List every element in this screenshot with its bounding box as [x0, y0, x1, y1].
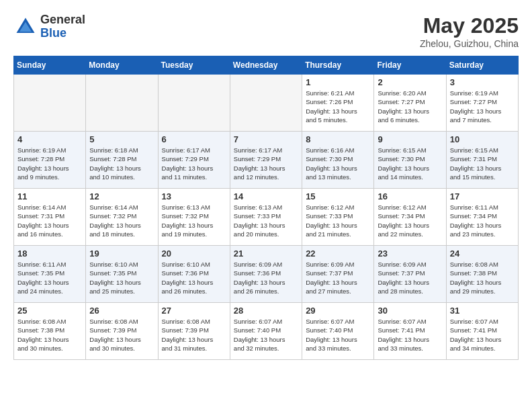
calendar-day-cell: 4Sunrise: 6:19 AM Sunset: 7:28 PM Daylig… — [14, 132, 86, 189]
day-number: 10 — [450, 134, 515, 144]
location: Zhelou, Guizhou, China — [420, 38, 519, 49]
day-number: 23 — [378, 248, 442, 259]
day-number: 25 — [17, 306, 82, 316]
day-info: Sunrise: 6:07 AM Sunset: 7:40 PM Dayligh… — [306, 317, 370, 353]
calendar-day-cell: 6Sunrise: 6:17 AM Sunset: 7:29 PM Daylig… — [158, 132, 230, 189]
day-number: 29 — [306, 306, 370, 316]
weekday-header: Wednesday — [230, 56, 302, 75]
day-number: 19 — [89, 248, 154, 259]
day-info: Sunrise: 6:14 AM Sunset: 7:31 PM Dayligh… — [17, 203, 82, 238]
page-header: General Blue May 2025 Zhelou, Guizhou, C… — [13, 13, 519, 49]
day-number: 6 — [162, 134, 226, 144]
day-number: 11 — [17, 191, 82, 201]
day-number: 1 — [306, 77, 370, 87]
calendar-week-row: 25Sunrise: 6:08 AM Sunset: 7:38 PM Dayli… — [14, 303, 519, 360]
calendar-day-cell: 27Sunrise: 6:08 AM Sunset: 7:39 PM Dayli… — [158, 303, 230, 360]
calendar-day-cell — [14, 75, 86, 132]
day-info: Sunrise: 6:08 AM Sunset: 7:38 PM Dayligh… — [450, 260, 515, 295]
calendar-day-cell: 9Sunrise: 6:15 AM Sunset: 7:30 PM Daylig… — [374, 132, 446, 189]
day-info: Sunrise: 6:08 AM Sunset: 7:38 PM Dayligh… — [17, 317, 82, 353]
day-info: Sunrise: 6:20 AM Sunset: 7:27 PM Dayligh… — [378, 89, 442, 124]
day-info: Sunrise: 6:08 AM Sunset: 7:39 PM Dayligh… — [89, 317, 154, 353]
day-info: Sunrise: 6:11 AM Sunset: 7:35 PM Dayligh… — [17, 260, 82, 295]
day-number: 24 — [450, 248, 515, 259]
calendar-day-cell: 31Sunrise: 6:07 AM Sunset: 7:41 PM Dayli… — [446, 303, 518, 360]
calendar-day-cell: 26Sunrise: 6:08 AM Sunset: 7:39 PM Dayli… — [86, 303, 158, 360]
weekday-header: Monday — [86, 56, 158, 75]
day-number: 28 — [234, 306, 298, 316]
day-number: 9 — [378, 134, 442, 144]
weekday-header: Tuesday — [158, 56, 230, 75]
day-number: 15 — [306, 191, 370, 201]
day-info: Sunrise: 6:09 AM Sunset: 7:36 PM Dayligh… — [234, 260, 298, 295]
day-info: Sunrise: 6:17 AM Sunset: 7:29 PM Dayligh… — [162, 146, 226, 181]
calendar-day-cell: 28Sunrise: 6:07 AM Sunset: 7:40 PM Dayli… — [230, 303, 302, 360]
weekday-header: Sunday — [14, 56, 86, 75]
day-number: 18 — [17, 248, 82, 259]
calendar-day-cell: 8Sunrise: 6:16 AM Sunset: 7:30 PM Daylig… — [302, 132, 374, 189]
day-info: Sunrise: 6:09 AM Sunset: 7:37 PM Dayligh… — [306, 260, 370, 295]
day-number: 3 — [450, 77, 515, 87]
weekday-header: Thursday — [302, 56, 374, 75]
day-info: Sunrise: 6:08 AM Sunset: 7:39 PM Dayligh… — [162, 317, 226, 353]
calendar-day-cell — [158, 75, 230, 132]
day-info: Sunrise: 6:12 AM Sunset: 7:34 PM Dayligh… — [378, 203, 442, 238]
calendar-day-cell: 10Sunrise: 6:15 AM Sunset: 7:31 PM Dayli… — [446, 132, 518, 189]
calendar-day-cell: 20Sunrise: 6:10 AM Sunset: 7:36 PM Dayli… — [158, 246, 230, 303]
day-info: Sunrise: 6:15 AM Sunset: 7:31 PM Dayligh… — [450, 146, 515, 181]
calendar-day-cell: 25Sunrise: 6:08 AM Sunset: 7:38 PM Dayli… — [14, 303, 86, 360]
day-number: 26 — [89, 306, 154, 316]
day-info: Sunrise: 6:19 AM Sunset: 7:28 PM Dayligh… — [17, 146, 82, 181]
day-info: Sunrise: 6:18 AM Sunset: 7:28 PM Dayligh… — [89, 146, 154, 181]
day-info: Sunrise: 6:09 AM Sunset: 7:37 PM Dayligh… — [378, 260, 442, 295]
day-info: Sunrise: 6:12 AM Sunset: 7:33 PM Dayligh… — [306, 203, 370, 238]
day-info: Sunrise: 6:13 AM Sunset: 7:33 PM Dayligh… — [234, 203, 298, 238]
day-number: 12 — [89, 191, 154, 201]
day-number: 21 — [234, 248, 298, 259]
calendar-day-cell: 18Sunrise: 6:11 AM Sunset: 7:35 PM Dayli… — [14, 246, 86, 303]
day-info: Sunrise: 6:10 AM Sunset: 7:35 PM Dayligh… — [89, 260, 154, 295]
logo: General Blue — [13, 13, 85, 40]
calendar-day-cell: 5Sunrise: 6:18 AM Sunset: 7:28 PM Daylig… — [86, 132, 158, 189]
calendar-day-cell: 24Sunrise: 6:08 AM Sunset: 7:38 PM Dayli… — [446, 246, 518, 303]
calendar-day-cell: 15Sunrise: 6:12 AM Sunset: 7:33 PM Dayli… — [302, 189, 374, 246]
calendar-day-cell: 17Sunrise: 6:11 AM Sunset: 7:34 PM Dayli… — [446, 189, 518, 246]
calendar-day-cell: 3Sunrise: 6:19 AM Sunset: 7:27 PM Daylig… — [446, 75, 518, 132]
day-number: 13 — [162, 191, 226, 201]
day-info: Sunrise: 6:14 AM Sunset: 7:32 PM Dayligh… — [89, 203, 154, 238]
weekday-header: Friday — [374, 56, 446, 75]
calendar-week-row: 4Sunrise: 6:19 AM Sunset: 7:28 PM Daylig… — [14, 132, 519, 189]
month-title: May 2025 — [420, 13, 519, 38]
calendar-day-cell: 7Sunrise: 6:17 AM Sunset: 7:29 PM Daylig… — [230, 132, 302, 189]
day-info: Sunrise: 6:10 AM Sunset: 7:36 PM Dayligh… — [162, 260, 226, 295]
logo-icon — [13, 15, 38, 39]
day-info: Sunrise: 6:07 AM Sunset: 7:41 PM Dayligh… — [378, 317, 442, 353]
day-number: 16 — [378, 191, 442, 201]
calendar-day-cell: 1Sunrise: 6:21 AM Sunset: 7:26 PM Daylig… — [302, 75, 374, 132]
calendar-table: SundayMondayTuesdayWednesdayThursdayFrid… — [13, 56, 519, 360]
day-number: 31 — [450, 306, 515, 316]
day-number: 5 — [89, 134, 154, 144]
calendar-day-cell: 19Sunrise: 6:10 AM Sunset: 7:35 PM Dayli… — [86, 246, 158, 303]
day-number: 17 — [450, 191, 515, 201]
day-info: Sunrise: 6:17 AM Sunset: 7:29 PM Dayligh… — [234, 146, 298, 181]
day-number: 14 — [234, 191, 298, 201]
calendar-day-cell: 11Sunrise: 6:14 AM Sunset: 7:31 PM Dayli… — [14, 189, 86, 246]
weekday-header: Saturday — [446, 56, 518, 75]
day-info: Sunrise: 6:11 AM Sunset: 7:34 PM Dayligh… — [450, 203, 515, 238]
calendar-day-cell: 23Sunrise: 6:09 AM Sunset: 7:37 PM Dayli… — [374, 246, 446, 303]
calendar-day-cell: 29Sunrise: 6:07 AM Sunset: 7:40 PM Dayli… — [302, 303, 374, 360]
day-number: 27 — [162, 306, 226, 316]
day-number: 22 — [306, 248, 370, 259]
calendar-day-cell — [86, 75, 158, 132]
calendar-day-cell: 21Sunrise: 6:09 AM Sunset: 7:36 PM Dayli… — [230, 246, 302, 303]
logo-text: General Blue — [40, 13, 85, 40]
day-number: 2 — [378, 77, 442, 87]
weekday-header-row: SundayMondayTuesdayWednesdayThursdayFrid… — [14, 56, 519, 75]
calendar-day-cell: 22Sunrise: 6:09 AM Sunset: 7:37 PM Dayli… — [302, 246, 374, 303]
day-info: Sunrise: 6:07 AM Sunset: 7:41 PM Dayligh… — [450, 317, 515, 353]
calendar-day-cell: 12Sunrise: 6:14 AM Sunset: 7:32 PM Dayli… — [86, 189, 158, 246]
calendar-day-cell: 16Sunrise: 6:12 AM Sunset: 7:34 PM Dayli… — [374, 189, 446, 246]
calendar-day-cell: 14Sunrise: 6:13 AM Sunset: 7:33 PM Dayli… — [230, 189, 302, 246]
day-info: Sunrise: 6:07 AM Sunset: 7:40 PM Dayligh… — [234, 317, 298, 353]
